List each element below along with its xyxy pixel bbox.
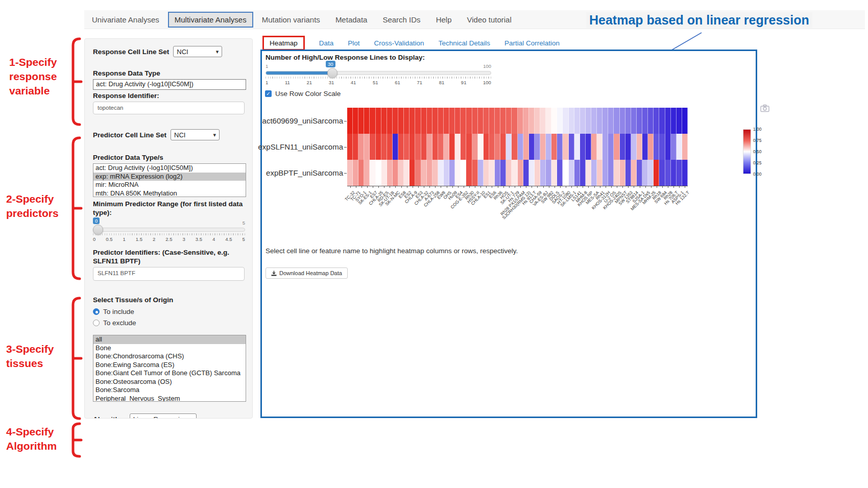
heatmap-cell[interactable] — [353, 134, 358, 160]
heatmap-cell[interactable] — [387, 108, 393, 134]
heatmap-cell[interactable] — [484, 134, 489, 160]
heatmap-cell[interactable] — [574, 134, 580, 160]
heatmap-cell[interactable] — [574, 160, 580, 186]
heatmap-cell[interactable] — [620, 160, 625, 186]
heatmap-cell[interactable] — [484, 108, 489, 134]
heatmap-cell[interactable] — [682, 134, 688, 160]
heatmap-cell[interactable] — [620, 108, 625, 134]
predictor-cell-line-set-select[interactable]: NCI ▾ — [171, 129, 220, 140]
heatmap-cell[interactable] — [449, 108, 455, 134]
heatmap-cell[interactable] — [478, 134, 484, 160]
heatmap-cell[interactable] — [642, 134, 648, 160]
heatmap-cell[interactable] — [637, 160, 642, 186]
heatmap-cell[interactable] — [438, 160, 444, 186]
heatmap-cell[interactable] — [484, 160, 489, 186]
heatmap-cell[interactable] — [563, 160, 568, 186]
heatmap-cell[interactable] — [586, 134, 591, 160]
heatmap-cell[interactable] — [404, 160, 409, 186]
heatmap-cell[interactable] — [546, 160, 551, 186]
heatmap-cell[interactable] — [602, 134, 608, 160]
heatmap-cell[interactable] — [671, 108, 677, 134]
heatmap-cell[interactable] — [438, 108, 444, 134]
heatmap-cell[interactable] — [591, 160, 597, 186]
camera-icon[interactable] — [760, 104, 770, 112]
tab-cross-validation[interactable]: Cross-Validation — [374, 39, 424, 47]
heatmap-cell[interactable] — [557, 134, 563, 160]
heatmap-cell[interactable] — [625, 134, 631, 160]
heatmap-cell[interactable] — [682, 160, 688, 186]
heatmap-cell[interactable] — [614, 134, 619, 160]
heatmap-cell[interactable] — [608, 160, 614, 186]
heatmap-cell[interactable] — [597, 160, 602, 186]
heatmap-cell[interactable] — [376, 160, 381, 186]
heatmap-cell[interactable] — [449, 134, 455, 160]
heatmap-cell[interactable] — [427, 160, 432, 186]
heatmap-cell[interactable] — [347, 160, 353, 186]
heatmap-cell[interactable] — [551, 160, 557, 186]
heatmap-cell[interactable] — [461, 160, 466, 186]
heatmap-cell[interactable] — [364, 134, 370, 160]
heatmap-cell[interactable] — [427, 134, 432, 160]
heatmap-cell[interactable] — [444, 108, 449, 134]
heatmap-cell[interactable] — [506, 160, 512, 186]
heatmap-cell[interactable] — [518, 160, 523, 186]
heatmap-cell[interactable] — [523, 108, 529, 134]
heatmap-cell[interactable] — [466, 160, 472, 186]
nav-item-univariate-analyses[interactable]: Univariate Analyses — [85, 12, 166, 28]
heatmap-cell[interactable] — [671, 160, 677, 186]
heatmap-cell[interactable] — [495, 108, 500, 134]
heatmap-cell[interactable] — [551, 134, 557, 160]
heatmap-cell[interactable] — [358, 134, 364, 160]
tab-heatmap[interactable]: Heatmap — [262, 36, 305, 51]
heatmap-cell[interactable] — [421, 160, 427, 186]
heatmap-row-label[interactable]: act609699_uniSarcoma — [262, 116, 343, 125]
row-color-scale-checkbox[interactable]: ✓ Use Row Color Scale — [265, 90, 341, 97]
tissue-include-radio[interactable]: To include — [93, 308, 244, 315]
heatmap-cell[interactable] — [398, 160, 404, 186]
heatmap-cell[interactable] — [438, 134, 444, 160]
heatmap-cell[interactable] — [415, 108, 421, 134]
heatmap-cell[interactable] — [393, 134, 398, 160]
heatmap-cell[interactable] — [665, 160, 671, 186]
heatmap-cell[interactable] — [393, 160, 398, 186]
nav-item-video-tutorial[interactable]: Video tutorial — [460, 12, 518, 28]
predictor-identifiers-input[interactable]: SLFN11 BPTF — [93, 267, 245, 281]
tissue-option[interactable]: Peripheral_Nervous_System — [93, 395, 246, 402]
heatmap-cell[interactable] — [540, 108, 546, 134]
response-cell-line-set-select[interactable]: NCI ▾ — [173, 46, 222, 57]
heatmap-cell[interactable] — [409, 108, 415, 134]
heatmap-cell[interactable] — [358, 160, 364, 186]
heatmap-cell[interactable] — [381, 134, 387, 160]
heatmap-cell[interactable] — [376, 108, 381, 134]
heatmap-cell[interactable] — [415, 134, 421, 160]
heatmap-cell[interactable] — [631, 108, 637, 134]
heatmap-cell[interactable] — [500, 108, 506, 134]
heatmap-cell[interactable] — [665, 134, 671, 160]
heatmap-cell[interactable] — [654, 134, 659, 160]
tissue-option[interactable]: Bone:Sarcoma — [93, 386, 246, 395]
heatmap-cell[interactable] — [347, 108, 353, 134]
heatmap-cell[interactable] — [358, 108, 364, 134]
tab-data[interactable]: Data — [319, 39, 334, 47]
heatmap-cell[interactable] — [421, 134, 427, 160]
heatmap-cell[interactable] — [620, 134, 625, 160]
heatmap-cell[interactable] — [404, 134, 409, 160]
predictor-data-type-option[interactable]: mth: DNA 850K Methylation — [93, 189, 246, 198]
heatmap-cell[interactable] — [370, 134, 375, 160]
heatmap-cell[interactable] — [432, 108, 438, 134]
heatmap-cell[interactable] — [404, 108, 409, 134]
heatmap-cell[interactable] — [415, 160, 421, 186]
heatmap-cell[interactable] — [518, 134, 523, 160]
heatmap-cell[interactable] — [659, 108, 665, 134]
heatmap-cell[interactable] — [586, 108, 591, 134]
tab-plot[interactable]: Plot — [348, 39, 359, 47]
heatmap-cell[interactable] — [677, 108, 682, 134]
heatmap-cell[interactable] — [682, 108, 688, 134]
heatmap-cell[interactable] — [455, 108, 461, 134]
heatmap-cell[interactable] — [370, 160, 375, 186]
heatmap-cell[interactable] — [387, 134, 393, 160]
heatmap-cell[interactable] — [540, 134, 546, 160]
heatmap-cell[interactable] — [563, 108, 568, 134]
heatmap-cell[interactable] — [677, 160, 682, 186]
tab-partial-correlation[interactable]: Partial Correlation — [504, 39, 560, 47]
